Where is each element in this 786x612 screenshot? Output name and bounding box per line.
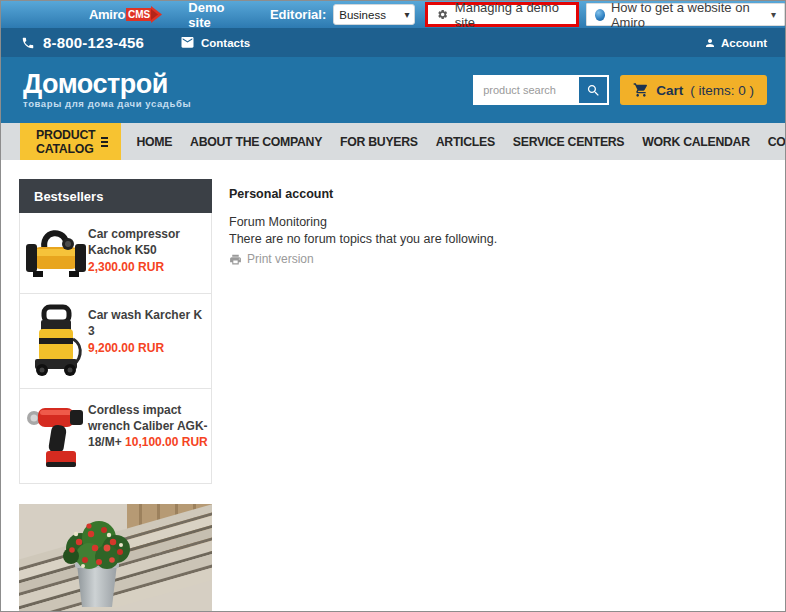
empty-message: There are no forum topics that you are f…	[229, 232, 765, 247]
nav-item-articles[interactable]: ARTICLES	[436, 135, 495, 149]
product-catalog-label: PRODUCT CATALOG	[36, 128, 101, 156]
chevron-down-icon: ▾	[404, 9, 409, 20]
sidebar: Bestsellers Car compress	[19, 160, 212, 612]
cart-label: Cart	[656, 83, 683, 98]
search-box	[473, 75, 609, 105]
nav-menu: HOME ABOUT THE COMPANY FOR BUYERS ARTICL…	[136, 135, 786, 149]
utility-bar: 8-800-123-456 Contacts Account	[1, 28, 785, 57]
main-panel: Personal account Forum Monitoring There …	[212, 160, 785, 612]
bestsellers-header: Bestsellers	[19, 179, 212, 213]
person-icon	[704, 37, 716, 49]
contacts-label: Contacts	[201, 37, 250, 49]
impact-wrench-illustration	[26, 399, 86, 473]
editorial-selected-value: Business	[339, 9, 386, 21]
print-version-label: Print version	[247, 252, 314, 266]
plant-photo-illustration	[19, 504, 212, 612]
main-nav: PRODUCT CATALOG HOME ABOUT THE COMPANY F…	[1, 123, 785, 160]
demo-site-link[interactable]: Demo site	[188, 0, 243, 30]
product-price: 2,300.00 RUR	[88, 259, 209, 275]
cart-icon	[633, 82, 649, 98]
howto-website-label: How to get a website on Amiro	[611, 0, 763, 30]
product-info: Cordless impact wrench Caliber AGK-18/M+…	[88, 399, 209, 473]
product-catalog-button[interactable]: PRODUCT CATALOG	[20, 123, 121, 160]
site-header: Домострой товары для дома дачи усадьбы C…	[1, 57, 785, 123]
nav-item-home[interactable]: HOME	[136, 135, 172, 149]
howto-website-button[interactable]: How to get a website on Amiro ▾	[586, 3, 785, 26]
product-image-car-wash[interactable]	[24, 304, 88, 378]
chevron-down-icon: ▾	[771, 9, 776, 20]
amiro-logo-text: Amiro	[89, 7, 125, 22]
editorial-select[interactable]: Business ▾	[333, 4, 415, 25]
phone-link[interactable]: 8-800-123-456	[21, 34, 144, 51]
page-title: Personal account	[229, 187, 765, 201]
product-info: Car wash Karcher K 3 9,200.00 RUR	[88, 304, 209, 378]
search-icon	[586, 83, 601, 98]
cms-logo-text: CMS	[126, 8, 152, 21]
sidebar-banner-image[interactable]	[19, 504, 212, 612]
managing-demo-site-button[interactable]: Managing a demo site	[425, 2, 578, 27]
nav-item-about[interactable]: ABOUT THE COMPANY	[190, 135, 322, 149]
product-row-impact-wrench: Cordless impact wrench Caliber AGK-18/M+…	[20, 388, 211, 483]
product-price: 9,200.00 RUR	[88, 340, 209, 356]
phone-number: 8-800-123-456	[43, 34, 144, 51]
search-button[interactable]	[579, 77, 607, 103]
site-logo-title: Домострой	[23, 71, 191, 97]
print-version-link[interactable]: Print version	[229, 252, 765, 266]
gear-icon	[437, 8, 448, 21]
page: { "topbar": { "logo_amiro": "Amiro", "lo…	[0, 0, 786, 612]
compressor-illustration	[25, 223, 87, 283]
envelope-icon	[180, 37, 195, 49]
nav-item-contacts[interactable]: CONTACTS	[768, 135, 786, 149]
nav-item-service-centers[interactable]: SERVICE CENTERS	[513, 135, 624, 149]
product-row-car-wash: Car wash Karcher K 3 9,200.00 RUR	[20, 293, 211, 388]
hamburger-icon	[101, 141, 108, 143]
product-image-compressor[interactable]	[24, 223, 88, 283]
cart-button[interactable]: Cart ( items: 0 )	[620, 75, 767, 105]
content-area: Bestsellers Car compress	[1, 160, 785, 612]
editorial-label: Editorial:	[270, 7, 326, 22]
site-logo-subtitle: товары для дома дачи усадьбы	[23, 98, 191, 109]
printer-icon	[229, 253, 242, 266]
product-row-compressor: Car compressor Kachok K50 2,300.00 RUR	[20, 213, 211, 293]
contacts-link[interactable]: Contacts	[180, 37, 250, 49]
cart-items-count: ( items: 0 )	[690, 83, 754, 98]
promo-bar: AmiroCMS Demo site Editorial: Business ▾…	[1, 1, 785, 28]
product-title[interactable]: Car compressor Kachok K50	[88, 227, 180, 257]
account-label: Account	[721, 37, 767, 49]
product-image-impact-wrench[interactable]	[24, 399, 88, 473]
amiro-cms-logo[interactable]: AmiroCMS	[89, 6, 162, 23]
forum-monitoring-label: Forum Monitoring	[229, 215, 765, 230]
site-logo[interactable]: Домострой товары для дома дачи усадьбы	[23, 71, 191, 109]
product-title[interactable]: Car wash Karcher K 3	[88, 308, 202, 338]
search-input[interactable]	[475, 77, 577, 103]
globe-icon	[595, 9, 605, 21]
product-info: Car compressor Kachok K50 2,300.00 RUR	[88, 223, 209, 283]
car-wash-illustration	[29, 304, 83, 378]
bestsellers-list: Car compressor Kachok K50 2,300.00 RUR	[19, 213, 212, 484]
amiro-arrow-icon	[151, 6, 162, 23]
nav-item-work-calendar[interactable]: WORK CALENDAR	[642, 135, 749, 149]
product-price: 10,100.00 RUR	[125, 435, 208, 449]
nav-item-for-buyers[interactable]: FOR BUYERS	[340, 135, 418, 149]
managing-demo-site-label: Managing a demo site	[455, 0, 567, 30]
phone-icon	[21, 36, 35, 50]
account-link[interactable]: Account	[704, 37, 767, 49]
